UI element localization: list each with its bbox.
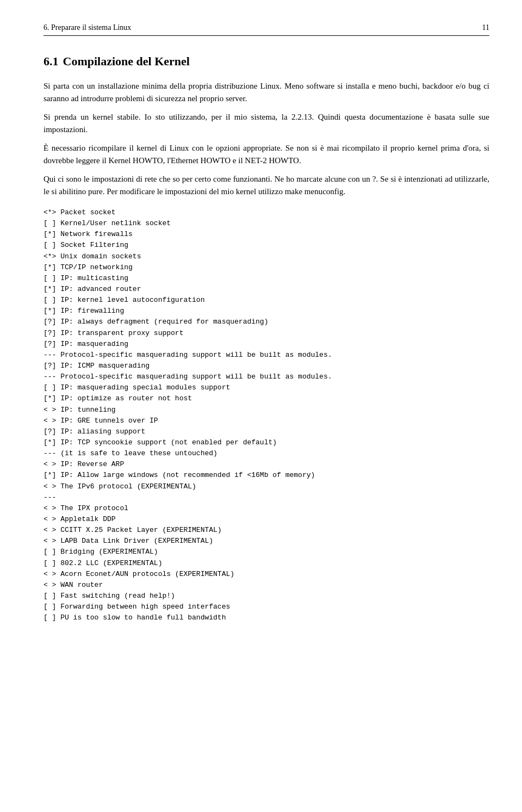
page: 6. Preparare il sistema Linux 11 6.1Comp… — [0, 0, 522, 812]
code-line: --- — [44, 492, 489, 503]
code-line: < > IP: tunneling — [44, 405, 489, 416]
header-page-number: 11 — [482, 22, 489, 33]
code-line: [ ] 802.2 LLC (EXPERIMENTAL) — [44, 558, 489, 569]
paragraph-3: È necessario ricompilare il kernel di Li… — [44, 142, 489, 166]
code-line: --- (it is safe to leave these untouched… — [44, 448, 489, 459]
section-heading: 6.1Compilazione del Kernel — [44, 52, 489, 70]
code-line: [*] IP: advanced router — [44, 284, 489, 295]
header-chapter-title: 6. Preparare il sistema Linux — [44, 22, 131, 33]
code-line: [ ] IP: multicasting — [44, 273, 489, 284]
code-line: < > Appletalk DDP — [44, 514, 489, 525]
code-line: [*] IP: Allow large windows (not recomme… — [44, 470, 489, 481]
paragraph-4: Qui ci sono le impostazioni di rete che … — [44, 173, 489, 197]
code-line: [ ] Fast switching (read help!) — [44, 591, 489, 602]
code-line: <*> Packet socket — [44, 207, 489, 218]
code-line: [?] IP: masquerading — [44, 339, 489, 350]
section-title-text: Compilazione del Kernel — [63, 54, 190, 68]
code-line: [ ] PU is too slow to handle full bandwi… — [44, 612, 489, 623]
code-line: <*> Unix domain sockets — [44, 251, 489, 262]
code-line: [?] IP: aliasing support — [44, 426, 489, 437]
code-line: [ ] IP: masquerading special modules sup… — [44, 382, 489, 393]
code-line: < > WAN router — [44, 580, 489, 591]
paragraph-2: Si prenda un kernel stabile. Io sto util… — [44, 111, 489, 135]
code-line: < > Acorn Econet/AUN protocols (EXPERIME… — [44, 569, 489, 580]
code-line: < > IP: Reverse ARP — [44, 459, 489, 470]
code-line: [ ] Socket Filtering — [44, 240, 489, 251]
code-line: --- Protocol-specific masquerading suppo… — [44, 371, 489, 382]
code-line: < > CCITT X.25 Packet Layer (EXPERIMENTA… — [44, 525, 489, 536]
code-line: [*] TCP/IP networking — [44, 262, 489, 273]
paragraph-1: Si parta con un installazione minima del… — [44, 80, 489, 104]
kernel-config-code: <*> Packet socket[ ] Kernel/User netlink… — [44, 207, 489, 623]
code-line: --- Protocol-specific masquerading suppo… — [44, 350, 489, 361]
section-number: 6.1 — [44, 54, 59, 68]
code-line: [*] IP: firewalling — [44, 306, 489, 317]
code-line: [?] IP: transparent proxy support — [44, 328, 489, 339]
code-line: [ ] Forwarding between high speed interf… — [44, 602, 489, 612]
code-line: [*] Network firewalls — [44, 229, 489, 240]
code-line: < > The IPv6 protocol (EXPERIMENTAL) — [44, 481, 489, 492]
code-line: [*] IP: optimize as router not host — [44, 393, 489, 404]
code-line: < > IP: GRE tunnels over IP — [44, 416, 489, 426]
code-line: [*] IP: TCP syncookie support (not enabl… — [44, 437, 489, 448]
code-line: [ ] Bridging (EXPERIMENTAL) — [44, 547, 489, 557]
code-line: [ ] IP: kernel level autoconfiguration — [44, 295, 489, 306]
code-line: [ ] Kernel/User netlink socket — [44, 218, 489, 229]
code-line: < > The IPX protocol — [44, 503, 489, 514]
page-header: 6. Preparare il sistema Linux 11 — [44, 22, 489, 36]
code-line: [?] IP: ICMP masquerading — [44, 361, 489, 371]
code-line: [?] IP: always defragment (required for … — [44, 317, 489, 327]
code-line: < > LAPB Data Link Driver (EXPERIMENTAL) — [44, 536, 489, 547]
